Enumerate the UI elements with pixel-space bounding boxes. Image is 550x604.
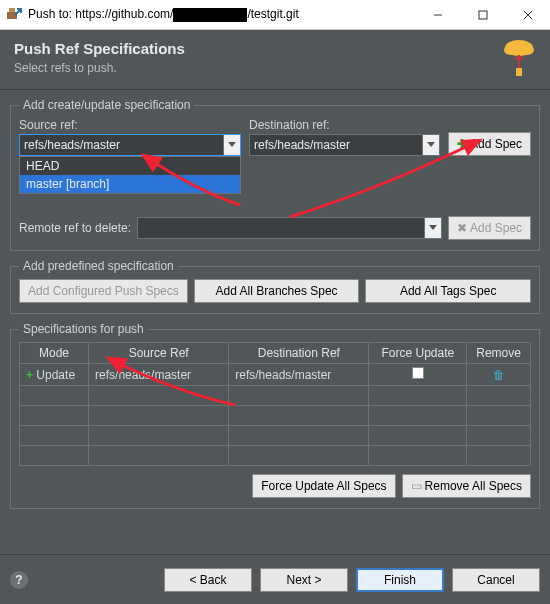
source-ref-dropdown: HEAD master [branch] — [19, 156, 241, 194]
close-button[interactable] — [505, 0, 550, 30]
remote-delete-combo[interactable] — [137, 217, 442, 239]
page-subtitle: Select refs to push. — [14, 61, 536, 75]
app-icon — [6, 7, 22, 23]
force-update-all-button[interactable]: Force Update All Specs — [252, 474, 395, 498]
spec-table: Mode Source Ref Destination Ref Force Up… — [19, 342, 531, 466]
col-force: Force Update — [369, 343, 467, 364]
window-title: Push to: https://github.com//testgit.git — [28, 7, 415, 22]
col-dest: Destination Ref — [229, 343, 369, 364]
redacted-user — [173, 8, 247, 22]
source-ref-value: refs/heads/master — [24, 138, 223, 152]
trash-icon[interactable]: 🗑 — [493, 368, 505, 382]
table-row — [20, 386, 531, 406]
finish-button[interactable]: Finish — [356, 568, 444, 592]
create-spec-legend: Add create/update specification — [19, 98, 194, 112]
svg-point-7 — [504, 45, 518, 55]
remote-delete-label: Remote ref to delete: — [19, 221, 131, 235]
predef-spec-group: Add predefined specification Add Configu… — [10, 259, 540, 314]
dest-ref-value: refs/heads/master — [254, 138, 422, 152]
cell-mode: Update — [36, 368, 75, 382]
source-ref-combo[interactable]: refs/heads/master — [19, 134, 241, 156]
cell-source: refs/heads/master — [89, 364, 229, 386]
spec-list-group: Specifications for push Mode Source Ref … — [10, 322, 540, 509]
chevron-down-icon[interactable] — [424, 218, 441, 238]
dest-ref-label: Destination ref: — [249, 118, 440, 132]
cell-dest: refs/heads/master — [229, 364, 369, 386]
remove-all-specs-button[interactable]: ▭Remove All Specs — [402, 474, 531, 498]
col-source: Source Ref — [89, 343, 229, 364]
table-row — [20, 446, 531, 466]
title-bar: Push to: https://github.com//testgit.git — [0, 0, 550, 30]
dialog-header: Push Ref Specifications Select refs to p… — [0, 30, 550, 90]
remove-icon: ▭ — [411, 479, 422, 493]
cloud-upload-icon — [502, 36, 536, 79]
col-mode: Mode — [20, 343, 89, 364]
add-configured-push-specs-button: Add Configured Push Specs — [19, 279, 188, 303]
add-spec-button[interactable]: ✚Add Spec — [448, 132, 531, 156]
create-spec-group: Add create/update specification Source r… — [10, 98, 540, 251]
table-row[interactable]: + Update refs/heads/master refs/heads/ma… — [20, 364, 531, 386]
col-remove: Remove — [467, 343, 531, 364]
force-update-checkbox[interactable] — [412, 367, 424, 379]
add-spec-delete-button: ✖Add Spec — [448, 216, 531, 240]
add-all-branches-spec-button[interactable]: Add All Branches Spec — [194, 279, 360, 303]
source-ref-label: Source ref: — [19, 118, 241, 132]
maximize-button[interactable] — [460, 0, 505, 30]
plus-icon: + — [26, 368, 33, 382]
spec-list-legend: Specifications for push — [19, 322, 148, 336]
cancel-button[interactable]: Cancel — [452, 568, 540, 592]
chevron-down-icon[interactable] — [422, 135, 439, 155]
next-button[interactable]: Next > — [260, 568, 348, 592]
chevron-down-icon[interactable] — [223, 135, 240, 155]
x-icon: ✖ — [457, 221, 467, 235]
dest-ref-combo[interactable]: refs/heads/master — [249, 134, 440, 156]
wizard-footer: ? < Back Next > Finish Cancel — [0, 554, 550, 604]
predef-spec-legend: Add predefined specification — [19, 259, 178, 273]
table-row — [20, 426, 531, 446]
source-ref-option[interactable]: HEAD — [20, 157, 240, 175]
svg-rect-9 — [516, 68, 522, 76]
help-icon[interactable]: ? — [10, 571, 28, 589]
window-title-suffix: /testgit.git — [247, 7, 298, 21]
svg-rect-1 — [9, 8, 15, 12]
svg-point-8 — [520, 45, 534, 55]
add-all-tags-spec-button[interactable]: Add All Tags Spec — [365, 279, 531, 303]
window-title-prefix: Push to: https://github.com/ — [28, 7, 173, 21]
table-row — [20, 406, 531, 426]
source-ref-option[interactable]: master [branch] — [20, 175, 240, 193]
plus-icon: ✚ — [457, 137, 467, 151]
svg-rect-3 — [479, 11, 487, 19]
back-button[interactable]: < Back — [164, 568, 252, 592]
minimize-button[interactable] — [415, 0, 460, 30]
page-title: Push Ref Specifications — [14, 40, 536, 57]
